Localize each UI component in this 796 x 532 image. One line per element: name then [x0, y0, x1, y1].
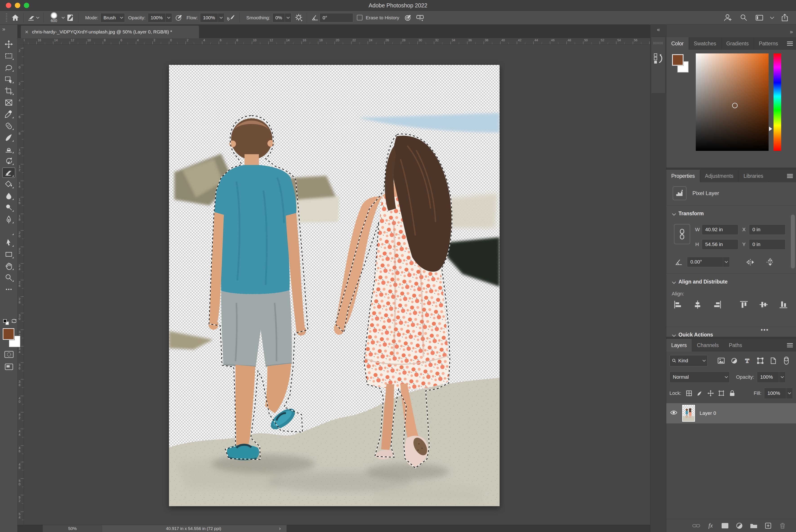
- align-horizontal-centers-icon[interactable]: [693, 300, 702, 311]
- vertical-ruler[interactable]: 2024681012141618202224262830323436384042…: [18, 44, 24, 525]
- pressure-size-icon[interactable]: [403, 13, 412, 22]
- tool-clone-stamp[interactable]: [2, 144, 15, 154]
- tool-eraser[interactable]: [2, 168, 15, 178]
- flip-horizontal-icon[interactable]: [745, 258, 755, 268]
- layer-effects-fx-icon[interactable]: fx: [706, 521, 715, 530]
- hue-slider-marker[interactable]: [769, 127, 772, 131]
- tool-path-selection[interactable]: [2, 238, 15, 248]
- panel-menu-icon[interactable]: [787, 343, 793, 347]
- workspace-switcher-icon[interactable]: [755, 13, 764, 22]
- new-adjustment-layer-icon[interactable]: [735, 521, 744, 530]
- tool-history-brush[interactable]: [2, 156, 15, 166]
- filter-adjustment-layers-icon[interactable]: [728, 355, 741, 366]
- workspace-chevron-icon[interactable]: [770, 15, 774, 19]
- tool-type[interactable]: T: [2, 226, 15, 236]
- tool-frame[interactable]: [2, 97, 15, 108]
- status-chevron-icon[interactable]: ›: [279, 526, 281, 532]
- airbrush-icon[interactable]: [227, 13, 236, 22]
- align-vertical-centers-icon[interactable]: [759, 300, 768, 311]
- tool-move[interactable]: [2, 39, 15, 50]
- screen-mode-icon[interactable]: [4, 363, 14, 371]
- brush-preset-picker[interactable]: 600: [48, 12, 60, 23]
- tool-preset-chevron-icon[interactable]: [36, 16, 39, 19]
- align-left-edges-icon[interactable]: [673, 300, 683, 311]
- flow-dropdown[interactable]: 100%: [200, 13, 224, 22]
- quick-mask-mode-icon[interactable]: [4, 350, 14, 359]
- tool-edit-toolbar[interactable]: [2, 284, 15, 294]
- share-for-review-icon[interactable]: [723, 13, 732, 22]
- tab-paths[interactable]: Paths: [724, 339, 747, 352]
- new-group-folder-icon[interactable]: [749, 521, 758, 530]
- tab-close-icon[interactable]: ×: [25, 28, 28, 36]
- share-export-icon[interactable]: [780, 13, 789, 22]
- tab-gradients[interactable]: Gradients: [721, 37, 754, 50]
- tab-swatches[interactable]: Swatches: [689, 37, 721, 50]
- tab-color[interactable]: Color: [666, 37, 689, 50]
- align-right-edges-icon[interactable]: [712, 300, 722, 311]
- tool-blur[interactable]: [2, 191, 15, 201]
- lock-position-icon[interactable]: [705, 388, 716, 399]
- brush-settings-panel-icon[interactable]: [66, 13, 75, 22]
- lock-pixels-icon[interactable]: [694, 388, 705, 399]
- panel-menu-icon[interactable]: [787, 174, 793, 178]
- default-colors-icon[interactable]: [3, 319, 9, 325]
- history-panel-icon[interactable]: [653, 53, 664, 65]
- horizontal-ruler[interactable]: 1816141210864202468101214161820222426283…: [24, 38, 650, 44]
- flip-vertical-icon[interactable]: [765, 258, 775, 268]
- color-cursor-ring[interactable]: [732, 103, 738, 108]
- document-tab[interactable]: × chris-hardy-_ViDPYQXrdY-unsplash.jpg @…: [21, 25, 199, 38]
- tab-patterns[interactable]: Patterns: [754, 37, 783, 50]
- canvas-viewport[interactable]: [24, 44, 650, 525]
- hue-slider[interactable]: [774, 53, 781, 151]
- lock-all-icon[interactable]: [727, 388, 738, 399]
- properties-scrollbar[interactable]: [791, 214, 795, 268]
- tool-spot-healing-brush[interactable]: [2, 121, 15, 131]
- brush-picker-chevron-icon[interactable]: [61, 16, 65, 19]
- swap-colors-icon[interactable]: [11, 318, 18, 325]
- document-info[interactable]: 40.917 in x 54.556 in (72 ppi) ›: [102, 525, 287, 532]
- lock-artboard-icon[interactable]: [716, 388, 727, 399]
- pressure-opacity-icon[interactable]: [175, 13, 183, 22]
- align-bottom-edges-icon[interactable]: [779, 300, 788, 311]
- blend-mode-dropdown[interactable]: Normal: [669, 372, 730, 383]
- smoothing-dropdown[interactable]: 0%: [272, 13, 291, 22]
- smoothing-options-gear-icon[interactable]: [294, 13, 303, 22]
- saturation-brightness-field[interactable]: [696, 53, 768, 151]
- search-icon[interactable]: [739, 13, 748, 22]
- filter-toggle-icon[interactable]: [780, 355, 793, 366]
- link-dimensions-button[interactable]: [674, 224, 690, 244]
- tool-object-selection[interactable]: [2, 74, 15, 84]
- tool-brush[interactable]: [2, 132, 15, 143]
- height-field[interactable]: 54.56 in: [702, 239, 738, 250]
- angle-field[interactable]: 0°: [320, 13, 353, 22]
- collapse-quick-actions-icon[interactable]: [672, 333, 676, 337]
- collapse-panels-chevrons[interactable]: «: [650, 26, 666, 33]
- rotation-field[interactable]: 0.00°: [687, 257, 730, 267]
- width-field[interactable]: 40.92 in: [702, 225, 738, 235]
- eraser-tool-preset-icon[interactable]: [27, 13, 36, 22]
- tool-zoom[interactable]: [2, 272, 15, 283]
- tool-crop[interactable]: [2, 86, 15, 96]
- delete-layer-trash-icon[interactable]: [778, 521, 787, 530]
- layer-filter-kind-dropdown[interactable]: Kind: [669, 355, 708, 366]
- tab-libraries[interactable]: Libraries: [739, 170, 768, 182]
- collapse-align-icon[interactable]: [672, 280, 676, 284]
- filter-pixel-layers-icon[interactable]: [714, 355, 728, 366]
- tool-pen[interactable]: [2, 214, 15, 225]
- zoom-level-field[interactable]: 50%: [43, 525, 102, 532]
- toolbar-expand-chevrons[interactable]: »: [0, 26, 18, 32]
- x-field[interactable]: 0 in: [749, 225, 785, 235]
- tool-dodge[interactable]: [2, 203, 15, 213]
- filter-shape-layers-icon[interactable]: [754, 355, 767, 366]
- align-more-options[interactable]: •••: [761, 326, 769, 333]
- tool-lasso[interactable]: [2, 62, 15, 73]
- new-layer-icon[interactable]: [764, 521, 773, 530]
- layer-thumbnail[interactable]: [682, 405, 695, 422]
- home-icon[interactable]: [11, 13, 20, 22]
- erase-to-history-checkbox[interactable]: [357, 15, 362, 20]
- filter-type-layers-icon[interactable]: T: [741, 355, 754, 366]
- ruler-corner[interactable]: [18, 38, 24, 44]
- symmetry-butterfly-icon[interactable]: [416, 13, 424, 22]
- layers-opacity-dropdown[interactable]: 100%: [757, 372, 786, 383]
- tab-channels[interactable]: Channels: [692, 339, 724, 352]
